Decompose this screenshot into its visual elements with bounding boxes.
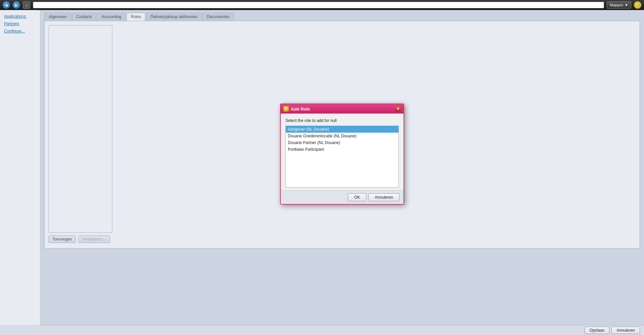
dialog-close-button[interactable]: ✕ bbox=[395, 106, 401, 112]
dialog-title-left: ✦ Add Role bbox=[283, 106, 310, 112]
sidebar-item-configure[interactable]: Configure... bbox=[0, 27, 40, 35]
add-role-dialog: ✦ Add Role ✕ Select the role to add for … bbox=[280, 104, 404, 205]
dialog-cancel-button[interactable]: Annuleren bbox=[368, 193, 399, 201]
dialog-role-listbox[interactable]: Aangever (NL Douane)Douane Goederenlocat… bbox=[285, 126, 399, 188]
dialog-titlebar: ✦ Add Role ✕ bbox=[281, 104, 404, 114]
main-layout: Applications: Partners Configure... Alge… bbox=[0, 10, 644, 325]
dialog-list-item[interactable]: Douane Goederenlocatie (NL Douane) bbox=[286, 133, 398, 139]
dialog-app-icon: ✦ bbox=[283, 106, 289, 112]
modal-overlay: ✦ Add Role ✕ Select the role to add for … bbox=[40, 10, 644, 325]
bottom-bar: Opslaan Annuleren bbox=[40, 325, 644, 335]
sidebar: Applications: Partners Configure... bbox=[0, 10, 40, 325]
sidebar-item-applications: Applications: bbox=[0, 13, 40, 20]
refresh-icon[interactable] bbox=[634, 1, 641, 9]
mappen-button[interactable]: Mappen ▼ bbox=[607, 1, 631, 9]
dialog-title: Add Role bbox=[291, 107, 310, 112]
dialog-list-item[interactable]: Portbase Participant bbox=[286, 146, 398, 153]
chevron-down-icon: ▼ bbox=[625, 3, 628, 7]
address-bar bbox=[33, 2, 604, 8]
sidebar-item-partners[interactable]: Partners bbox=[0, 20, 40, 27]
mappen-label: Mappen bbox=[610, 3, 623, 7]
back-button[interactable]: ◀ bbox=[3, 1, 10, 9]
save-button[interactable]: Opslaan bbox=[585, 327, 610, 334]
dialog-ok-button[interactable]: OK bbox=[348, 193, 366, 201]
dialog-list-item[interactable]: Douane Partner (NL Douane) bbox=[286, 139, 398, 146]
content-area: Algemeen Contacts Accounting Roles Deliv… bbox=[40, 10, 644, 325]
home-button[interactable]: ⌂ bbox=[23, 1, 30, 9]
forward-button[interactable]: ▶ bbox=[13, 1, 20, 9]
topbar: ◀ ▶ ⌂ Mappen ▼ bbox=[0, 0, 644, 10]
dialog-subtitle: Select the role to add for null bbox=[285, 118, 399, 123]
dialog-list-item[interactable]: Aangever (NL Douane) bbox=[286, 126, 398, 133]
dialog-footer: OK Annuleren bbox=[281, 190, 404, 204]
cancel-button[interactable]: Annuleren bbox=[611, 327, 640, 334]
dialog-body: Select the role to add for null Aangever… bbox=[281, 114, 404, 190]
